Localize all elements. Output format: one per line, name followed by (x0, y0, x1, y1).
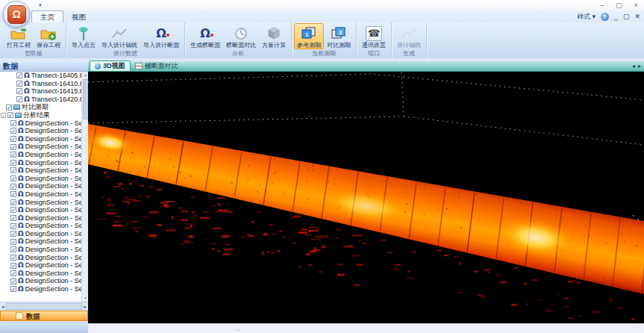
checkbox[interactable]: ✓ (16, 96, 22, 102)
checkbox[interactable]: ✓ (10, 239, 16, 245)
tree-item[interactable]: ✓ΩDesignSection - Sect (0, 166, 81, 175)
tree-item[interactable]: ✓ΩTransect-16415.85 (0, 87, 81, 96)
tree-item[interactable]: ✓ΩDesignSection - Sect (0, 127, 81, 135)
checkbox[interactable]: ✓ (7, 112, 13, 118)
checkbox[interactable]: ✓ (10, 144, 16, 150)
folder-icon (15, 113, 22, 118)
tree-item[interactable]: ✓ΩDesignSection - Sect (0, 254, 81, 262)
tab-3d-view[interactable]: 3D视图 (90, 60, 131, 71)
help-icon[interactable]: ? (601, 13, 609, 21)
checkbox[interactable]: ✓ (10, 152, 16, 158)
polyline-icon (112, 25, 127, 42)
communication-settings-button[interactable]: ☎ 通讯设置 (359, 23, 389, 49)
tree-item-label: DesignSection - Sect (25, 143, 81, 151)
checkbox[interactable]: ✓ (16, 72, 22, 78)
inner-minimize-button[interactable]: _ (614, 12, 618, 21)
tree-item[interactable]: ✓ΩDesignSection - Sect (0, 237, 81, 246)
checkbox[interactable]: ✓ (10, 223, 16, 229)
tree-item[interactable]: -✓分析结果 (0, 111, 81, 119)
close-button[interactable]: × (634, 1, 638, 10)
inner-restore-button[interactable]: ▢ (623, 12, 630, 21)
tab-scroll-left-icon[interactable]: ◂ (632, 63, 635, 69)
tree-item[interactable]: ✓ΩDesignSection - Sect (0, 214, 81, 222)
checkbox[interactable]: ✓ (10, 231, 16, 237)
splitter-grip-icon[interactable]: ‥ (237, 324, 241, 333)
checkbox[interactable]: ✓ (10, 278, 16, 284)
tree-item-label: DesignSection - Sect (25, 206, 81, 214)
compare-period-button[interactable]: 2 对比测期 (324, 23, 354, 49)
tab-scroll-right-icon[interactable]: ▸ (638, 63, 641, 69)
tab-home[interactable]: 主页 (31, 10, 63, 22)
tree-item[interactable]: ✓ΩDesignSection - Sect (0, 199, 81, 207)
checkbox[interactable]: ✓ (10, 191, 16, 197)
tree-item[interactable]: ✓ΩDesignSection - Sect (0, 246, 81, 254)
checkbox[interactable]: ✓ (10, 136, 16, 142)
app-logo-icon: Ω (7, 5, 26, 24)
tree-item[interactable]: ✓对比测期 (0, 103, 81, 111)
checkbox[interactable]: ✓ (10, 160, 16, 166)
checkbox[interactable]: ✓ (10, 175, 16, 181)
checkbox[interactable]: ✓ (10, 199, 16, 205)
tree-item[interactable]: ✓ΩDesignSection - Sect (0, 206, 81, 214)
tree-item[interactable]: ✓ΩDesignSection - Sect (0, 119, 81, 128)
import-pointcloud-button[interactable]: 导入点云 (69, 23, 99, 49)
tree-item[interactable]: ✓ΩDesignSection - Sect (0, 151, 81, 159)
tree-item[interactable]: ✓ΩDesignSection - Sect (0, 270, 81, 278)
tab-view[interactable]: 视图 (63, 11, 94, 22)
tree-item[interactable]: ✓ΩDesignSection - Sect (0, 190, 81, 199)
checkbox[interactable]: ✓ (10, 120, 16, 126)
tree-item[interactable]: ✓ΩTransect-16405.85 (0, 72, 81, 80)
checkbox[interactable]: ✓ (16, 88, 22, 94)
reference-period-button[interactable]: 1 参考测期 (294, 23, 324, 49)
design-axis-button[interactable]: 设计轴线 (394, 23, 424, 49)
maximize-button[interactable]: ▢ (616, 1, 622, 10)
checkbox[interactable]: ✓ (10, 184, 16, 190)
tree-item[interactable]: ✓ΩDesignSection - Sect (0, 230, 81, 238)
checkbox[interactable]: ✓ (16, 81, 22, 87)
checkbox[interactable]: ✓ (10, 286, 16, 292)
volume-calculation-button[interactable]: 方量计算 (259, 23, 289, 49)
checkbox[interactable]: ✓ (10, 167, 16, 173)
checkbox[interactable]: ✓ (10, 270, 16, 276)
tree-item[interactable]: ✓ΩDesignSection - Sect (0, 261, 81, 270)
viewport-3d[interactable] (88, 72, 644, 323)
application-menu-button[interactable]: Ω (3, 1, 30, 28)
tree-item[interactable]: ✓ΩTransect-16410.85 (0, 80, 81, 88)
tree-item[interactable]: ✓ΩDesignSection - Sect (0, 182, 81, 190)
tree-item[interactable]: ✓ΩDesignSection - Sect (0, 175, 81, 183)
cross-section-compare-button[interactable]: 横断面对比 (223, 23, 259, 49)
scrollbar-thumb[interactable] (6, 303, 83, 310)
generate-cross-section-button[interactable]: Ω 生成横断面 (187, 23, 223, 49)
checkbox[interactable]: ✓ (10, 207, 16, 213)
tree-item[interactable]: ✓ΩDesignSection - Sect (0, 143, 81, 151)
ribbon-group-label: 当前测期 (294, 49, 354, 58)
import-design-axis-button[interactable]: 导入设计轴线 (99, 23, 140, 49)
minimize-button[interactable]: – (600, 1, 604, 10)
tree-item[interactable]: ✓ΩDesignSection - Sect (0, 285, 81, 293)
tree-item[interactable]: ✓ΩDesignSection - Sect (0, 135, 81, 143)
tree-horizontal-scrollbar[interactable]: ◂ ▸ (0, 302, 88, 311)
tree-item[interactable]: ✓ΩDesignSection - Sect (0, 159, 81, 167)
data-panel-tab[interactable]: 数据 (0, 311, 88, 321)
tree-item[interactable]: ✓ΩDesignSection - Sect (0, 277, 81, 285)
tree-item[interactable]: ✓ΩTransect-16420.85 (0, 96, 81, 104)
tree-vertical-scrollbar[interactable]: ▴ ▾ (81, 72, 88, 302)
checkbox[interactable]: ✓ (10, 215, 16, 221)
checkbox[interactable]: ✓ (10, 255, 16, 261)
expander-icon[interactable]: - (1, 113, 6, 118)
checkbox[interactable]: ✓ (10, 128, 16, 134)
inner-close-button[interactable]: ✕ (634, 12, 640, 21)
tree-item[interactable]: ✓ΩDesignSection - Sect (0, 222, 81, 230)
scroll-left-icon[interactable]: ◂ (1, 304, 4, 310)
title-bar: – ▢ × (0, 0, 644, 10)
import-design-section-button[interactable]: Ω 导入设计断面 (140, 23, 182, 49)
tree-item-label: DesignSection - Sect (25, 159, 81, 167)
checkbox[interactable]: ✓ (10, 246, 16, 252)
quick-access-caret-icon[interactable]: ▾ (39, 2, 42, 8)
scroll-right-icon[interactable]: ▸ (84, 304, 87, 310)
checkbox[interactable]: ✓ (6, 105, 12, 111)
tab-section-compare[interactable]: 横断面对比 (131, 61, 183, 71)
style-menu[interactable]: 样式 ▾ (577, 12, 595, 21)
checkbox[interactable]: ✓ (10, 263, 16, 269)
save-project-button[interactable]: 保存工程 (34, 23, 63, 49)
